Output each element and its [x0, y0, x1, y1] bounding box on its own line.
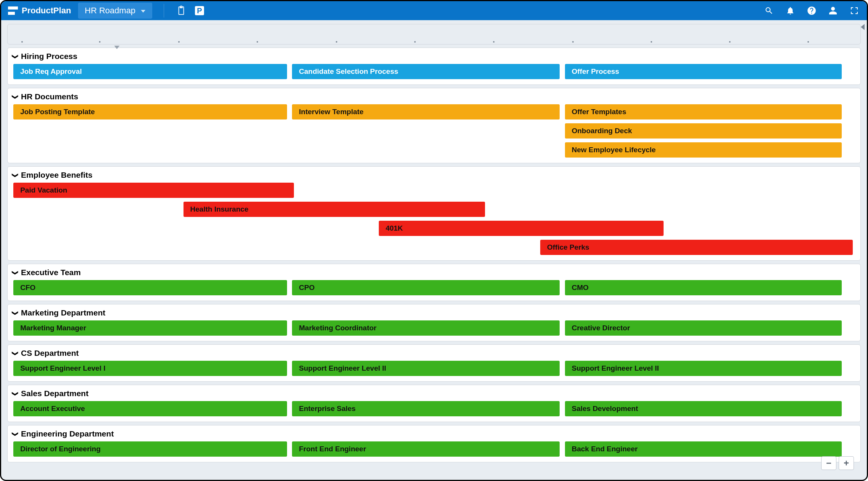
- fullscreen-icon[interactable]: [849, 5, 860, 16]
- chevron-down-icon: ❯: [12, 311, 19, 315]
- ruler-tick: [493, 41, 495, 43]
- bar-row: Job Req ApprovalCandidate Selection Proc…: [9, 64, 859, 81]
- logo-icon: [8, 6, 18, 15]
- chevron-down-icon: ❯: [12, 391, 19, 396]
- roadmap-bar[interactable]: Sales Development: [565, 401, 842, 416]
- app-logo[interactable]: ProductPlan: [8, 6, 71, 16]
- roadmap-bar[interactable]: Director of Engineering: [13, 441, 287, 457]
- ruler-tick: [21, 41, 23, 43]
- timeline-ruler[interactable]: [7, 24, 861, 45]
- user-icon[interactable]: [827, 5, 839, 16]
- lane-bars: Job Req ApprovalCandidate Selection Proc…: [8, 64, 860, 81]
- roadmap-bar-label: 401K: [386, 224, 403, 233]
- bar-row: Support Engineer Level ISupport Engineer…: [9, 361, 859, 377]
- lane-header[interactable]: ❯Employee Benefits: [8, 167, 860, 183]
- roadmap-bar[interactable]: Support Engineer Level II: [565, 361, 842, 376]
- bell-icon[interactable]: [785, 5, 796, 16]
- roadmap-bar-label: Creative Director: [572, 324, 630, 332]
- bar-row: Onboarding Deck: [9, 123, 859, 140]
- roadmap-bar-label: Office Perks: [547, 243, 589, 252]
- roadmap-bar[interactable]: 401K: [379, 221, 664, 236]
- bar-row: Office Perks: [9, 240, 859, 256]
- roadmap-bar[interactable]: Health Insurance: [183, 202, 485, 217]
- lane: ❯Employee BenefitsPaid VacationHealth In…: [7, 166, 861, 261]
- chevron-down-icon: ❯: [12, 173, 19, 178]
- lane-bars: Account ExecutiveEnterprise SalesSales D…: [8, 401, 860, 418]
- lane-title: Engineering Department: [21, 429, 114, 438]
- lane: ❯Sales DepartmentAccount ExecutiveEnterp…: [7, 385, 861, 422]
- lane-title: Employee Benefits: [21, 170, 93, 180]
- roadmap-bar[interactable]: Job Posting Template: [13, 104, 287, 119]
- chevron-down-icon: ❯: [12, 54, 19, 59]
- roadmap-bar[interactable]: New Employee Lifecycle: [565, 142, 842, 158]
- topbar-right: [763, 5, 860, 16]
- ruler-tick: [651, 41, 652, 43]
- roadmap-bar[interactable]: Creative Director: [565, 320, 842, 336]
- roadmap-bar-label: Support Engineer Level II: [299, 364, 386, 373]
- roadmap-bar-label: Health Insurance: [190, 205, 249, 213]
- roadmap-bar[interactable]: Onboarding Deck: [565, 123, 842, 139]
- lane-header[interactable]: ❯Hiring Process: [8, 48, 860, 64]
- bar-row: Marketing ManagerMarketing CoordinatorCr…: [9, 320, 859, 337]
- roadmap-bar[interactable]: CPO: [292, 280, 560, 295]
- roadmap-selector[interactable]: HR Roadmap: [78, 3, 152, 19]
- chevron-down-icon: [141, 10, 145, 13]
- roadmap-bar-label: Support Engineer Level II: [572, 364, 659, 373]
- lane-header[interactable]: ❯Executive Team: [8, 264, 860, 280]
- help-icon[interactable]: [806, 5, 817, 16]
- bar-row: Job Posting TemplateInterview TemplateOf…: [9, 104, 859, 121]
- roadmap-bar[interactable]: Offer Templates: [565, 104, 842, 119]
- search-icon[interactable]: [763, 5, 775, 16]
- chevron-down-icon: ❯: [12, 432, 19, 436]
- roadmap-bar[interactable]: Front End Engineer: [292, 441, 560, 457]
- roadmap-bar-label: Support Engineer Level I: [20, 364, 105, 373]
- bar-row: Health Insurance: [9, 202, 859, 218]
- roadmap-content: ❯Hiring ProcessJob Req ApprovalCandidate…: [1, 20, 867, 471]
- presentation-icon[interactable]: P: [194, 5, 205, 16]
- lane-header[interactable]: ❯Marketing Department: [8, 304, 860, 320]
- roadmap-bar[interactable]: Offer Process: [565, 64, 842, 79]
- lane-header[interactable]: ❯CS Department: [8, 345, 860, 361]
- roadmap-bar-label: Job Posting Template: [20, 108, 95, 116]
- topbar-left: ProductPlan HR Roadmap P: [8, 3, 205, 19]
- bar-row: Account ExecutiveEnterprise SalesSales D…: [9, 401, 859, 418]
- lane-bars: CFOCPOCMO: [8, 280, 860, 297]
- lane: ❯Hiring ProcessJob Req ApprovalCandidate…: [7, 48, 861, 85]
- lane-header[interactable]: ❯HR Documents: [8, 88, 860, 104]
- chevron-down-icon: ❯: [12, 270, 19, 275]
- roadmap-bar[interactable]: Enterprise Sales: [292, 401, 560, 416]
- roadmap-bar[interactable]: Support Engineer Level II: [292, 361, 560, 376]
- roadmap-bar[interactable]: Marketing Coordinator: [292, 320, 560, 336]
- lane-bars: Paid VacationHealth Insurance401KOffice …: [8, 183, 860, 256]
- ruler-tick: [729, 41, 731, 43]
- ruler-tick: [257, 41, 258, 43]
- timeline-marker-icon[interactable]: [114, 46, 120, 49]
- lane: ❯Executive TeamCFOCPOCMO: [7, 264, 861, 301]
- roadmap-bar[interactable]: Marketing Manager: [13, 320, 287, 336]
- ruler-tick: [178, 41, 180, 43]
- roadmap-bar[interactable]: Paid Vacation: [13, 183, 294, 198]
- roadmap-bar[interactable]: Interview Template: [292, 104, 560, 119]
- bar-row: 401K: [9, 221, 859, 237]
- zoom-out-button[interactable]: −: [821, 456, 836, 470]
- lane-bars: Director of EngineeringFront End Enginee…: [8, 441, 860, 458]
- roadmap-bar[interactable]: Job Req Approval: [13, 64, 287, 79]
- bar-row: Paid Vacation: [9, 183, 859, 199]
- roadmap-bar[interactable]: Office Perks: [540, 240, 853, 255]
- roadmap-bar[interactable]: CFO: [13, 280, 287, 295]
- zoom-in-button[interactable]: +: [839, 456, 854, 470]
- roadmap-bar[interactable]: CMO: [565, 280, 842, 295]
- lane-header[interactable]: ❯Sales Department: [8, 385, 860, 401]
- lane-bars: Job Posting TemplateInterview TemplateOf…: [8, 104, 860, 159]
- clipboard-icon[interactable]: [176, 5, 187, 16]
- roadmap-selector-label: HR Roadmap: [85, 6, 136, 16]
- roadmap-bar[interactable]: Candidate Selection Process: [292, 64, 560, 79]
- roadmap-bar-label: CFO: [20, 284, 35, 292]
- roadmap-bar-label: Sales Development: [572, 405, 638, 413]
- roadmap-bar-label: CMO: [572, 284, 589, 292]
- roadmap-bar[interactable]: Account Executive: [13, 401, 287, 416]
- roadmap-bar[interactable]: Support Engineer Level I: [13, 361, 287, 376]
- roadmap-bar[interactable]: Back End Engineer: [565, 441, 842, 457]
- lane-header[interactable]: ❯Engineering Department: [8, 425, 860, 441]
- roadmap-bar-label: Marketing Manager: [20, 324, 86, 332]
